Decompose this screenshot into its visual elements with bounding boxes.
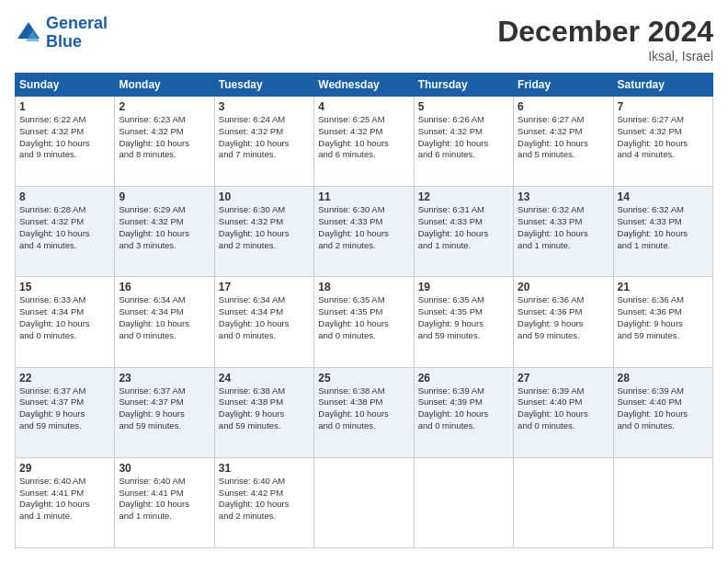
- day-number: 18: [318, 281, 409, 293]
- day-info: Sunrise: 6:36 AM Sunset: 4:36 PM Dayligh…: [518, 294, 609, 341]
- day-info: Sunrise: 6:30 AM Sunset: 4:33 PM Dayligh…: [318, 204, 409, 251]
- day-cell-21: 21Sunrise: 6:36 AM Sunset: 4:36 PM Dayli…: [613, 277, 712, 367]
- day-info: Sunrise: 6:24 AM Sunset: 4:32 PM Dayligh…: [219, 114, 310, 161]
- day-number: 6: [518, 100, 609, 113]
- day-number: 19: [418, 281, 509, 293]
- day-cell-18: 18Sunrise: 6:35 AM Sunset: 4:35 PM Dayli…: [314, 277, 414, 367]
- weekday-tuesday: Tuesday: [214, 74, 313, 97]
- calendar-body: 1Sunrise: 6:22 AM Sunset: 4:32 PM Daylig…: [16, 97, 713, 548]
- weekday-friday: Friday: [514, 74, 613, 97]
- calendar-week-4: 22Sunrise: 6:37 AM Sunset: 4:37 PM Dayli…: [16, 367, 713, 457]
- day-number: 25: [318, 372, 409, 385]
- calendar-week-1: 1Sunrise: 6:22 AM Sunset: 4:32 PM Daylig…: [16, 97, 713, 187]
- day-number: 11: [318, 190, 409, 203]
- day-number: 30: [119, 462, 210, 475]
- day-cell-17: 17Sunrise: 6:34 AM Sunset: 4:34 PM Dayli…: [214, 277, 313, 367]
- day-number: 5: [418, 100, 509, 113]
- day-info: Sunrise: 6:31 AM Sunset: 4:33 PM Dayligh…: [418, 204, 509, 251]
- day-cell-25: 25Sunrise: 6:38 AM Sunset: 4:38 PM Dayli…: [314, 367, 414, 457]
- empty-cell: [613, 457, 712, 547]
- day-cell-9: 9Sunrise: 6:29 AM Sunset: 4:32 PM Daylig…: [115, 187, 214, 277]
- empty-cell: [414, 457, 513, 547]
- day-info: Sunrise: 6:27 AM Sunset: 4:32 PM Dayligh…: [518, 114, 609, 161]
- day-cell-13: 13Sunrise: 6:32 AM Sunset: 4:33 PM Dayli…: [514, 187, 613, 277]
- day-info: Sunrise: 6:32 AM Sunset: 4:33 PM Dayligh…: [518, 204, 609, 251]
- day-cell-8: 8Sunrise: 6:28 AM Sunset: 4:32 PM Daylig…: [16, 187, 115, 277]
- day-info: Sunrise: 6:38 AM Sunset: 4:38 PM Dayligh…: [318, 385, 409, 432]
- day-cell-5: 5Sunrise: 6:26 AM Sunset: 4:32 PM Daylig…: [414, 97, 513, 187]
- empty-cell: [514, 457, 613, 547]
- day-number: 22: [19, 372, 110, 385]
- calendar-week-3: 15Sunrise: 6:33 AM Sunset: 4:34 PM Dayli…: [16, 277, 713, 367]
- day-info: Sunrise: 6:30 AM Sunset: 4:32 PM Dayligh…: [219, 204, 310, 251]
- day-number: 16: [119, 281, 210, 293]
- day-info: Sunrise: 6:29 AM Sunset: 4:32 PM Dayligh…: [119, 204, 210, 251]
- day-number: 26: [418, 372, 509, 385]
- day-info: Sunrise: 6:23 AM Sunset: 4:32 PM Dayligh…: [119, 114, 210, 161]
- day-info: Sunrise: 6:33 AM Sunset: 4:34 PM Dayligh…: [19, 294, 110, 341]
- day-cell-31: 31Sunrise: 6:40 AM Sunset: 4:42 PM Dayli…: [214, 457, 313, 547]
- day-number: 12: [418, 190, 509, 203]
- weekday-saturday: Saturday: [613, 74, 712, 97]
- day-info: Sunrise: 6:34 AM Sunset: 4:34 PM Dayligh…: [219, 294, 310, 341]
- day-cell-29: 29Sunrise: 6:40 AM Sunset: 4:41 PM Dayli…: [16, 457, 115, 547]
- day-number: 29: [19, 462, 110, 475]
- day-cell-16: 16Sunrise: 6:34 AM Sunset: 4:34 PM Dayli…: [115, 277, 214, 367]
- logo-line1: General: [46, 14, 108, 32]
- day-info: Sunrise: 6:37 AM Sunset: 4:37 PM Dayligh…: [19, 385, 110, 432]
- day-number: 1: [19, 100, 110, 113]
- day-info: Sunrise: 6:37 AM Sunset: 4:37 PM Dayligh…: [119, 385, 210, 432]
- day-info: Sunrise: 6:28 AM Sunset: 4:32 PM Dayligh…: [19, 204, 110, 251]
- day-number: 20: [518, 281, 609, 293]
- calendar-week-5: 29Sunrise: 6:40 AM Sunset: 4:41 PM Dayli…: [16, 457, 713, 547]
- day-number: 31: [219, 462, 310, 475]
- day-info: Sunrise: 6:40 AM Sunset: 4:41 PM Dayligh…: [19, 476, 110, 523]
- logo-text: General Blue: [46, 15, 108, 52]
- weekday-thursday: Thursday: [414, 74, 513, 97]
- weekday-monday: Monday: [115, 74, 214, 97]
- day-number: 24: [219, 372, 310, 385]
- day-cell-10: 10Sunrise: 6:30 AM Sunset: 4:32 PM Dayli…: [214, 187, 313, 277]
- day-number: 13: [518, 190, 609, 203]
- day-info: Sunrise: 6:39 AM Sunset: 4:39 PM Dayligh…: [418, 385, 509, 432]
- day-info: Sunrise: 6:22 AM Sunset: 4:32 PM Dayligh…: [19, 114, 110, 161]
- day-cell-30: 30Sunrise: 6:40 AM Sunset: 4:41 PM Dayli…: [115, 457, 214, 547]
- day-info: Sunrise: 6:38 AM Sunset: 4:38 PM Dayligh…: [219, 385, 310, 432]
- day-info: Sunrise: 6:27 AM Sunset: 4:32 PM Dayligh…: [618, 114, 709, 161]
- day-info: Sunrise: 6:35 AM Sunset: 4:35 PM Dayligh…: [318, 294, 409, 341]
- day-cell-4: 4Sunrise: 6:25 AM Sunset: 4:32 PM Daylig…: [314, 97, 414, 187]
- day-cell-26: 26Sunrise: 6:39 AM Sunset: 4:39 PM Dayli…: [414, 367, 513, 457]
- day-number: 4: [318, 100, 409, 113]
- day-number: 15: [19, 281, 110, 293]
- day-number: 9: [119, 190, 210, 203]
- calendar-table: SundayMondayTuesdayWednesdayThursdayFrid…: [15, 73, 713, 548]
- day-cell-22: 22Sunrise: 6:37 AM Sunset: 4:37 PM Dayli…: [16, 367, 115, 457]
- day-info: Sunrise: 6:39 AM Sunset: 4:40 PM Dayligh…: [618, 385, 709, 432]
- day-number: 3: [219, 100, 310, 113]
- day-info: Sunrise: 6:40 AM Sunset: 4:41 PM Dayligh…: [119, 476, 210, 523]
- day-number: 2: [119, 100, 210, 113]
- day-cell-15: 15Sunrise: 6:33 AM Sunset: 4:34 PM Dayli…: [16, 277, 115, 367]
- day-cell-24: 24Sunrise: 6:38 AM Sunset: 4:38 PM Dayli…: [214, 367, 313, 457]
- day-info: Sunrise: 6:26 AM Sunset: 4:32 PM Dayligh…: [418, 114, 509, 161]
- day-info: Sunrise: 6:39 AM Sunset: 4:40 PM Dayligh…: [518, 385, 609, 432]
- day-cell-14: 14Sunrise: 6:32 AM Sunset: 4:33 PM Dayli…: [613, 187, 712, 277]
- day-cell-6: 6Sunrise: 6:27 AM Sunset: 4:32 PM Daylig…: [514, 97, 613, 187]
- day-info: Sunrise: 6:40 AM Sunset: 4:42 PM Dayligh…: [219, 476, 310, 523]
- logo-icon: [15, 19, 42, 47]
- day-info: Sunrise: 6:35 AM Sunset: 4:35 PM Dayligh…: [418, 294, 509, 341]
- day-number: 8: [19, 190, 110, 203]
- day-number: 23: [119, 372, 210, 385]
- day-number: 27: [518, 372, 609, 385]
- calendar-week-2: 8Sunrise: 6:28 AM Sunset: 4:32 PM Daylig…: [16, 187, 713, 277]
- page-header: General Blue December 2024 Iksal, Israel: [15, 15, 713, 63]
- day-info: Sunrise: 6:25 AM Sunset: 4:32 PM Dayligh…: [318, 114, 409, 161]
- day-number: 17: [219, 281, 310, 293]
- day-cell-23: 23Sunrise: 6:37 AM Sunset: 4:37 PM Dayli…: [115, 367, 214, 457]
- day-info: Sunrise: 6:34 AM Sunset: 4:34 PM Dayligh…: [119, 294, 210, 341]
- day-cell-2: 2Sunrise: 6:23 AM Sunset: 4:32 PM Daylig…: [115, 97, 214, 187]
- day-number: 14: [618, 190, 709, 203]
- day-info: Sunrise: 6:36 AM Sunset: 4:36 PM Dayligh…: [618, 294, 709, 341]
- day-cell-1: 1Sunrise: 6:22 AM Sunset: 4:32 PM Daylig…: [16, 97, 115, 187]
- day-cell-19: 19Sunrise: 6:35 AM Sunset: 4:35 PM Dayli…: [414, 277, 513, 367]
